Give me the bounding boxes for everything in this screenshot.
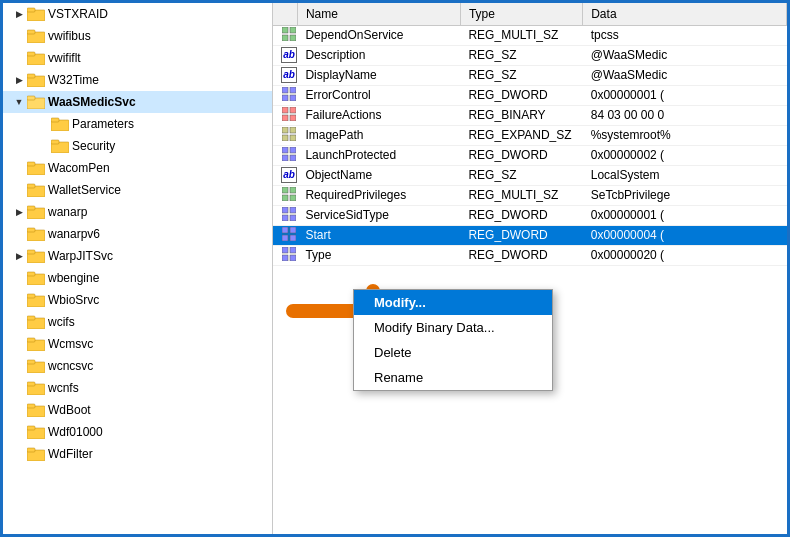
reg-icon [281,187,297,203]
reg-icon-cell [273,25,297,45]
tree-item[interactable]: vwifibus [3,25,272,47]
tree-chevron[interactable]: ▶ [11,248,27,264]
tree-item-label: WdBoot [48,403,91,417]
tree-item-label: wanarpv6 [48,227,100,241]
tree-item[interactable]: WbioSrvc [3,289,272,311]
tree-item[interactable]: WacomPen [3,157,272,179]
folder-icon [27,95,45,109]
tree-chevron[interactable]: ▶ [11,72,27,88]
tree-chevron[interactable] [11,446,27,462]
table-row[interactable]: ErrorControlREG_DWORD0x00000001 ( [273,85,787,105]
context-menu-item[interactable]: Modify Binary Data... [354,315,552,340]
reg-icon-cell [273,225,297,245]
tree-item-label: Parameters [72,117,134,131]
reg-icon [281,207,297,223]
reg-type: REG_MULTI_SZ [460,185,582,205]
tree-item[interactable]: WdBoot [3,399,272,421]
tree-scroll[interactable]: ▶ VSTXRAID vwifibus vwififlt▶ W32Time▼ W… [3,3,272,534]
tree-item[interactable]: Security [3,135,272,157]
context-menu-item[interactable]: Rename [354,365,552,390]
tree-item[interactable]: ▼ WaaSMedicSvc [3,91,272,113]
folder-icon [27,293,45,307]
svg-rect-42 [282,27,288,33]
folder-icon [27,161,45,175]
svg-rect-5 [27,52,35,56]
tree-item[interactable]: Parameters [3,113,272,135]
tree-item[interactable]: wcifs [3,311,272,333]
svg-rect-27 [27,294,35,298]
tree-item[interactable]: ▶ wanarp [3,201,272,223]
table-row[interactable]: ImagePathREG_EXPAND_SZ%systemroot% [273,125,787,145]
table-row[interactable]: TypeREG_DWORD0x00000020 ( [273,245,787,265]
reg-data: 0x00000002 ( [583,145,787,165]
tree-item[interactable]: ▶ VSTXRAID [3,3,272,25]
table-row[interactable]: ServiceSidTypeREG_DWORD0x00000001 ( [273,205,787,225]
tree-item[interactable]: ▶ W32Time [3,69,272,91]
tree-item[interactable]: WdFilter [3,443,272,465]
tree-item[interactable]: WalletService [3,179,272,201]
reg-name: Start [297,225,460,245]
svg-rect-67 [290,207,296,213]
svg-rect-41 [27,448,35,452]
reg-type: REG_DWORD [460,205,582,225]
tree-chevron[interactable]: ▶ [11,204,27,220]
header-type: Type [460,3,582,25]
tree-item[interactable]: vwififlt [3,47,272,69]
tree-item[interactable]: ▶ WarpJITSvc [3,245,272,267]
main-container: ▶ VSTXRAID vwifibus vwififlt▶ W32Time▼ W… [3,3,787,534]
table-row[interactable]: DependOnServiceREG_MULTI_SZtpcss [273,25,787,45]
table-row[interactable]: RequiredPrivilegesREG_MULTI_SZSeTcbPrivi… [273,185,787,205]
registry-table-scroll[interactable]: Name Type Data DependOnServiceREG_MULTI_… [273,3,787,534]
tree-chevron[interactable] [11,336,27,352]
tree-chevron[interactable] [11,402,27,418]
tree-chevron[interactable] [35,116,51,132]
tree-item-label: wcifs [48,315,75,329]
svg-rect-62 [282,187,288,193]
tree-item[interactable]: wanarpv6 [3,223,272,245]
tree-chevron[interactable] [11,226,27,242]
tree-chevron[interactable] [11,28,27,44]
tree-chevron[interactable] [35,138,51,154]
table-row[interactable]: LaunchProtectedREG_DWORD0x00000002 ( [273,145,787,165]
table-row[interactable]: StartREG_DWORD0x00000004 ( [273,225,787,245]
tree-item[interactable]: wcnfs [3,377,272,399]
tree-chevron[interactable] [11,380,27,396]
svg-rect-13 [51,140,59,144]
tree-item[interactable]: wbengine [3,267,272,289]
reg-data: SeTcbPrivilege [583,185,787,205]
table-row[interactable]: FailureActionsREG_BINARY84 03 00 00 0 [273,105,787,125]
tree-chevron[interactable] [11,358,27,374]
reg-icon-cell [273,185,297,205]
tree-chevron[interactable] [11,270,27,286]
reg-icon: ab [281,67,297,83]
reg-icon [281,27,297,43]
tree-chevron[interactable] [11,292,27,308]
svg-rect-1 [27,8,35,12]
context-menu-item[interactable]: Modify... [354,290,552,315]
tree-item[interactable]: Wcmsvc [3,333,272,355]
svg-rect-35 [27,382,35,386]
left-panel: ▶ VSTXRAID vwifibus vwififlt▶ W32Time▼ W… [3,3,273,534]
svg-rect-49 [290,95,296,101]
table-row[interactable]: abObjectNameREG_SZLocalSystem [273,165,787,185]
svg-rect-7 [27,74,35,78]
tree-chevron[interactable] [11,314,27,330]
folder-icon [27,249,45,263]
tree-item[interactable]: wcncsvc [3,355,272,377]
tree-item[interactable]: Wdf01000 [3,421,272,443]
tree-chevron[interactable]: ▶ [11,6,27,22]
tree-chevron[interactable] [11,182,27,198]
tree-chevron[interactable] [11,424,27,440]
svg-rect-9 [27,96,35,100]
context-menu-item[interactable]: Delete [354,340,552,365]
reg-data: 0x00000001 ( [583,205,787,225]
tree-chevron[interactable]: ▼ [11,94,27,110]
tree-chevron[interactable] [11,160,27,176]
table-row[interactable]: abDisplayNameREG_SZ@WaaSMedic [273,65,787,85]
svg-rect-33 [27,360,35,364]
tree-item-label: vwififlt [48,51,81,65]
reg-icon-cell [273,145,297,165]
table-row[interactable]: abDescriptionREG_SZ@WaaSMedic [273,45,787,65]
tree-chevron[interactable] [11,50,27,66]
tree-item-label: vwifibus [48,29,91,43]
